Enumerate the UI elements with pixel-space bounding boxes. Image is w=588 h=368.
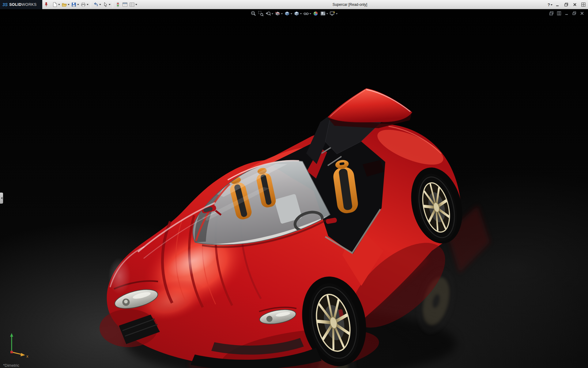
open-document-icon	[62, 2, 67, 7]
hide-show-items-button[interactable]	[303, 10, 312, 17]
window-controls: ?	[548, 0, 587, 9]
solidworks-window: 3S SOLIDWORKS	[0, 0, 588, 368]
design-table-icon	[122, 2, 128, 7]
close-button[interactable]	[571, 1, 578, 8]
toolbar-separator	[91, 2, 91, 8]
options-grid-icon	[129, 2, 135, 7]
triad-y-arrow	[10, 333, 13, 337]
section-view-icon	[275, 10, 281, 17]
previous-view-icon	[265, 10, 271, 17]
door-outer-panel	[328, 88, 412, 122]
toolbar-separator	[113, 2, 113, 8]
scene-icon	[320, 10, 326, 17]
task-pane-button[interactable]	[580, 1, 587, 8]
chevron-down-icon[interactable]	[68, 4, 70, 6]
help-button[interactable]: ?	[548, 2, 552, 7]
chevron-down-icon[interactable]	[135, 4, 137, 6]
apply-scene-button[interactable]	[320, 10, 329, 17]
graphics-viewport[interactable]: x	[0, 9, 588, 368]
undo-button[interactable]	[92, 1, 102, 8]
orientation-triad[interactable]: x	[10, 333, 28, 358]
zoom-to-fit-button[interactable]	[250, 10, 257, 17]
window-title: Supercar [Read-only]	[333, 2, 367, 7]
restore-document-button[interactable]	[571, 10, 577, 16]
select-button[interactable]	[102, 1, 111, 8]
cascade-windows-button[interactable]	[548, 10, 554, 16]
chevron-down-icon[interactable]	[58, 4, 60, 6]
help-label: ?	[548, 2, 550, 7]
print-icon	[81, 2, 86, 7]
triad-x-arrow	[21, 353, 25, 356]
save-button[interactable]	[70, 1, 80, 8]
open-document-button[interactable]	[61, 1, 70, 8]
section-view-button[interactable]	[274, 10, 283, 17]
options-grid-button[interactable]	[129, 1, 138, 8]
task-pane-icon	[581, 2, 586, 7]
display-style-button[interactable]	[293, 10, 302, 17]
tile-windows-icon	[556, 11, 562, 16]
chevron-down-icon[interactable]	[326, 13, 328, 15]
solidworks-logo: 3S SOLIDWORKS	[0, 0, 42, 9]
view-orientation-label: *Dimetric	[3, 363, 19, 368]
minimize-doc-icon	[564, 11, 569, 16]
close-document-button[interactable]	[579, 10, 585, 16]
view-orientation-cube-icon	[284, 10, 290, 17]
new-document-icon	[52, 2, 58, 7]
triad-origin	[10, 351, 13, 353]
print-button[interactable]	[80, 1, 89, 8]
chevron-down-icon[interactable]	[272, 13, 273, 15]
close-icon	[572, 2, 577, 7]
restore-doc-icon	[572, 11, 577, 16]
chevron-down-icon[interactable]	[99, 4, 101, 6]
undo-icon	[93, 2, 99, 7]
minimize-button[interactable]	[554, 1, 561, 8]
design-table-button[interactable]	[122, 1, 128, 8]
cascade-windows-icon	[549, 11, 554, 16]
chevron-down-icon[interactable]	[551, 4, 552, 6]
chevron-down-icon[interactable]	[77, 4, 79, 6]
eyeglasses-icon	[303, 10, 309, 17]
chevron-down-icon[interactable]	[291, 13, 292, 15]
appearance-sphere-icon	[313, 10, 319, 17]
titlebar: 3S SOLIDWORKS	[0, 0, 588, 9]
close-doc-icon	[579, 11, 585, 16]
previous-view-button[interactable]	[265, 10, 274, 17]
document-window-controls	[548, 10, 585, 16]
triad-x-label: x	[26, 354, 28, 358]
status-lights-button[interactable]	[115, 1, 121, 8]
zoom-to-fit-icon	[251, 10, 257, 17]
cursor-arrow-icon	[103, 2, 108, 7]
chevron-down-icon[interactable]	[87, 4, 89, 6]
chevron-down-icon[interactable]	[281, 13, 283, 15]
minimize-icon	[555, 2, 560, 7]
main-toolbar	[51, 1, 138, 8]
view-orientation-button[interactable]	[284, 10, 293, 17]
chevron-down-icon[interactable]	[300, 13, 302, 15]
model-scene[interactable]: x	[0, 9, 588, 368]
restore-icon	[564, 2, 569, 7]
brand-works: WORKS	[21, 2, 36, 7]
edit-appearance-button[interactable]	[312, 10, 319, 17]
3ds-logo-mark: 3S	[2, 2, 8, 7]
new-document-button[interactable]	[51, 1, 61, 8]
brand-solid: SOLID	[9, 2, 21, 7]
save-icon	[71, 2, 77, 7]
minimize-document-button[interactable]	[564, 10, 570, 16]
chevron-down-icon[interactable]	[310, 13, 311, 15]
status-lights-icon	[115, 2, 121, 7]
restore-button[interactable]	[563, 1, 570, 8]
view-settings-icon	[330, 10, 336, 17]
tile-windows-button[interactable]	[556, 10, 562, 16]
pin-menu-icon[interactable]	[44, 2, 48, 7]
feature-panel-collapse-tab[interactable]	[0, 193, 3, 204]
headsup-view-toolbar	[250, 10, 338, 17]
view-settings-button[interactable]	[329, 10, 338, 17]
zoom-to-area-icon	[258, 10, 264, 17]
display-style-icon	[294, 10, 300, 17]
zoom-to-area-button[interactable]	[258, 10, 264, 17]
collapse-arrow-icon	[0, 197, 2, 199]
chevron-down-icon[interactable]	[336, 13, 338, 15]
chevron-down-icon[interactable]	[109, 4, 111, 6]
